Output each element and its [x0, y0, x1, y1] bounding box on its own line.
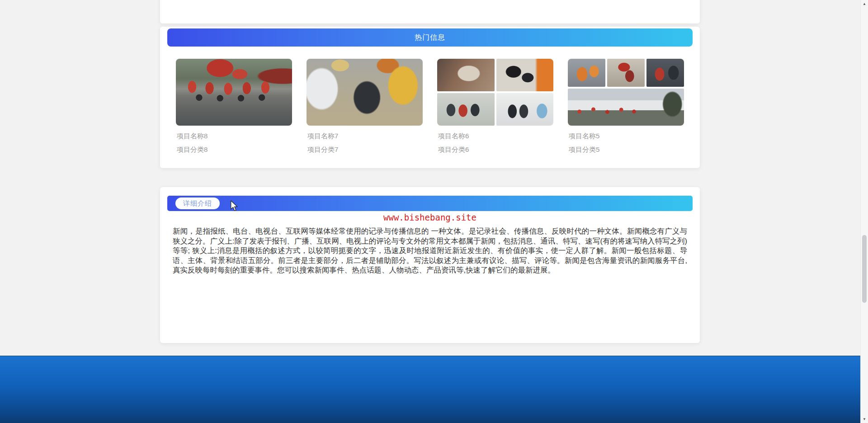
collage-tile: [568, 59, 605, 87]
collage-tile: [607, 59, 645, 87]
project-image[interactable]: [176, 59, 292, 126]
project-card[interactable]: 项目名称8 项目分类8: [176, 59, 292, 154]
down-arrow-icon: ▼: [863, 417, 866, 421]
intro-paragraph: 新闻，是指报纸、电台、电视台、互联网等媒体经常使用的记录与传播信息的 一种文体。…: [173, 226, 687, 275]
intro-badge[interactable]: 详细介绍: [175, 197, 220, 209]
collage-tile: [496, 59, 554, 91]
project-card-row: 项目名称8 项目分类8 项目名称7 项目分类7 项目名称6 项目分类6: [160, 47, 700, 154]
hot-info-section: 热门信息 项目名称8 项目分类8 项目名称7 项目分类7 项目名: [160, 27, 700, 168]
collage-tile: [437, 59, 495, 91]
scroll-down-button[interactable]: ▼: [861, 415, 868, 423]
project-name[interactable]: 项目名称6: [437, 132, 553, 141]
project-card[interactable]: 项目名称5 项目分类5: [568, 59, 684, 154]
collage-tile: [568, 89, 684, 126]
collage-tile: [437, 93, 495, 126]
project-category: 项目分类7: [307, 145, 423, 154]
hot-info-header: 热门信息: [167, 28, 693, 47]
intro-section: 详细介绍 www.bishebang.site 新闻，是指报纸、电台、电视台、互…: [160, 187, 700, 343]
scrollbar-thumb[interactable]: [862, 235, 867, 303]
project-name[interactable]: 项目名称7: [307, 132, 423, 141]
collage-tile: [496, 93, 554, 126]
project-card[interactable]: 项目名称6 项目分类6: [437, 59, 553, 154]
project-image[interactable]: [307, 59, 423, 126]
project-image[interactable]: [568, 59, 684, 126]
previous-section-remnant: [160, 0, 700, 24]
page-footer: [0, 356, 868, 423]
project-card[interactable]: 项目名称7 项目分类7: [307, 59, 423, 154]
project-name[interactable]: 项目名称5: [568, 132, 684, 141]
intro-header: 详细介绍: [167, 196, 693, 211]
site-url-text: www.bishebang.site: [160, 212, 700, 222]
project-category: 项目分类6: [437, 145, 553, 154]
collage-tile: [646, 59, 684, 87]
hot-info-title: 热门信息: [415, 33, 445, 42]
scroll-up-button[interactable]: ▲: [861, 0, 868, 8]
project-category: 项目分类8: [176, 145, 292, 154]
project-image[interactable]: [437, 59, 553, 126]
project-category: 项目分类5: [568, 145, 684, 154]
page-content: 热门信息 项目名称8 项目分类8 项目名称7 项目分类7 项目名: [0, 0, 860, 423]
project-name[interactable]: 项目名称8: [176, 132, 292, 141]
up-arrow-icon: ▲: [863, 2, 866, 6]
vertical-scrollbar[interactable]: ▲ ▼: [860, 0, 868, 423]
